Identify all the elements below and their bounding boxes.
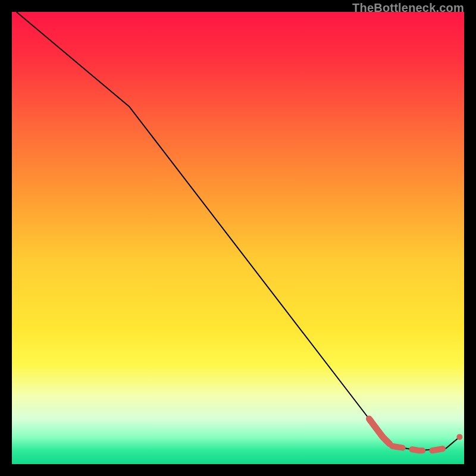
chart-frame: TheBottleneck.com bbox=[0, 0, 476, 476]
plot-background bbox=[12, 12, 464, 464]
bottleneck-chart bbox=[0, 0, 476, 476]
end-marker bbox=[456, 434, 462, 440]
